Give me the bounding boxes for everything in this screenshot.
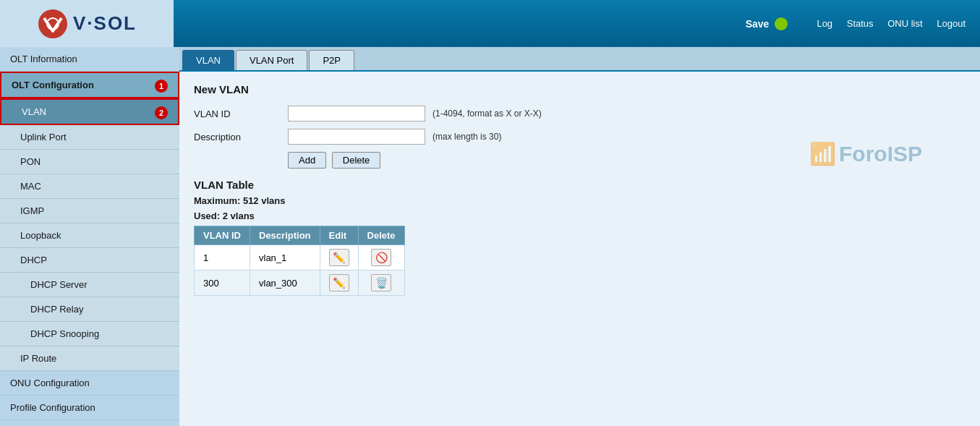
log-link[interactable]: Log [817,18,832,29]
sidebar: OLT Information OLT Configuration 1 VLAN… [0,47,179,426]
max-vlans: Maximum: 512 vlans [194,195,966,206]
sidebar-item-dhcp-server[interactable]: DHCP Server [0,273,179,297]
description-cell-2: vlan_300 [250,270,320,296]
sidebar-item-olt-configuration[interactable]: OLT Configuration 1 [0,72,179,98]
description-input[interactable] [288,129,425,145]
sidebar-item-vlan-label: VLAN [22,106,46,117]
vlan-table-title: VLAN Table [194,179,966,191]
status-link[interactable]: Status [847,18,874,29]
sidebar-item-profile-configuration[interactable]: Profile Configuration [0,396,179,420]
sidebar-item-dhcp[interactable]: DHCP [0,248,179,273]
header: V·SOL Save Log Status ONU list Logout [0,0,980,47]
sidebar-item-olt-information[interactable]: OLT Information [0,47,179,72]
delete-button[interactable]: Delete [332,152,381,169]
col-edit: Edit [320,226,358,245]
edit-button-2[interactable]: ✏️ [329,274,349,291]
description-row: Description (max length is 30) [194,129,966,145]
table-header-row: VLAN ID Description Edit Delete [195,226,405,245]
sidebar-item-onu-configuration[interactable]: ONU Configuration [0,371,179,396]
vlan-id-label: VLAN ID [194,108,281,119]
sidebar-item-igmp[interactable]: IGMP [0,199,179,223]
vlan-id-cell-1: 1 [195,245,250,270]
new-vlan-title: New VLAN [194,83,966,95]
sidebar-item-uplink-port[interactable]: Uplink Port [0,125,179,150]
onu-list-link[interactable]: ONU list [887,18,922,29]
tabs: VLAN VLAN Port P2P [179,47,980,72]
vlan-id-input[interactable] [288,106,425,122]
svg-point-0 [38,9,67,38]
vsol-logo-icon [37,8,69,40]
used-vlans: Used: 2 vlans [194,210,966,221]
vlan-table: VLAN ID Description Edit Delete 1 vlan_1… [194,226,405,296]
content-area: New VLAN VLAN ID (1-4094, format as X or… [179,72,980,307]
vlan-id-cell-2: 300 [195,270,250,296]
tab-vlan[interactable]: VLAN [182,50,234,70]
logo: V·SOL [37,8,137,40]
delete-button-2[interactable]: 🗑️ [371,274,391,291]
delete-button-1[interactable]: 🚫 [371,249,391,266]
sidebar-item-olt-configuration-label: OLT Configuration [12,80,94,90]
sidebar-item-vlan[interactable]: VLAN 2 [0,98,179,125]
form-buttons: Add Delete [288,152,966,169]
tab-vlan-port[interactable]: VLAN Port [236,50,307,70]
edit-cell-2: ✏️ [320,270,358,296]
logout-link[interactable]: Logout [937,18,966,29]
sidebar-item-loopback[interactable]: Loopback [0,223,179,248]
description-label: Description [194,132,281,142]
sidebar-item-ip-route[interactable]: IP Route [0,346,179,371]
layout: OLT Information OLT Configuration 1 VLAN… [0,47,980,426]
header-nav: Log Status ONU list Logout [805,18,966,29]
sidebar-item-pon[interactable]: PON [0,150,179,174]
col-vlan-id: VLAN ID [195,226,250,245]
sidebar-badge-2: 2 [155,106,168,119]
edit-cell-1: ✏️ [320,245,358,270]
add-button[interactable]: Add [288,152,326,169]
table-row: 300 vlan_300 ✏️ 🗑️ [195,270,405,296]
sidebar-item-dhcp-snooping[interactable]: DHCP Snooping [0,322,179,346]
sidebar-item-mac[interactable]: MAC [0,174,179,199]
tab-p2p[interactable]: P2P [309,50,354,70]
main-content: VLAN VLAN Port P2P New VLAN VLAN ID (1-4… [179,47,980,426]
table-row: 1 vlan_1 ✏️ 🚫 [195,245,405,270]
sidebar-badge-1: 1 [155,80,168,93]
vlan-id-hint: (1-4094, format as X or X-X) [433,108,542,119]
save-button[interactable]: Save [746,18,770,30]
sidebar-item-system-configuration[interactable]: System Configuration [0,420,179,426]
content-wrapper: New VLAN VLAN ID (1-4094, format as X or… [194,83,966,296]
logo-area: V·SOL [0,0,174,47]
description-hint: (max length is 30) [433,132,501,142]
delete-cell-2: 🗑️ [358,270,404,296]
sidebar-item-dhcp-relay[interactable]: DHCP Relay [0,297,179,322]
status-dot [775,17,788,30]
header-save: Save [746,17,788,30]
edit-button-1[interactable]: ✏️ [329,249,349,266]
logo-text: V·SOL [73,12,137,35]
header-right: Save Log Status ONU list Logout [746,17,966,30]
vlan-id-row: VLAN ID (1-4094, format as X or X-X) [194,106,966,122]
col-delete: Delete [358,226,404,245]
delete-cell-1: 🚫 [358,245,404,270]
description-cell-1: vlan_1 [250,245,320,270]
col-description: Description [250,226,320,245]
